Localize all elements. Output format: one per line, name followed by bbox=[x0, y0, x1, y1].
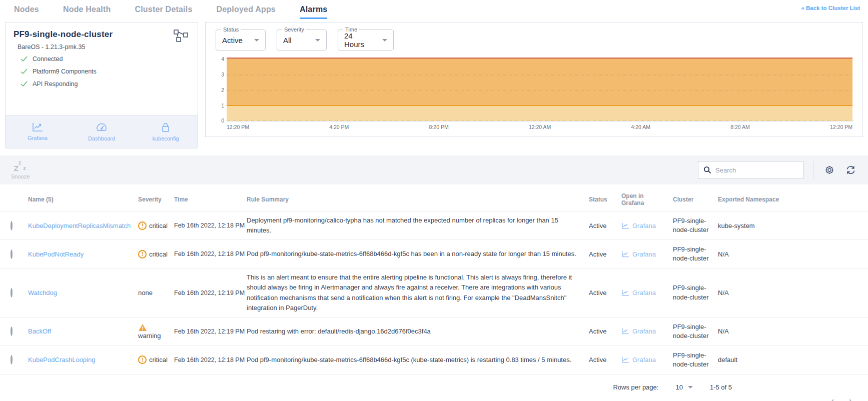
next-page-button[interactable] bbox=[848, 398, 854, 401]
lock-icon bbox=[161, 122, 171, 132]
rule-summary: Pod pf9-monitoring/kube-state-metrics-6f… bbox=[247, 355, 589, 365]
critical-icon: ! bbox=[138, 356, 147, 364]
refresh-button[interactable] bbox=[845, 165, 856, 175]
rule-summary: Pod restaring with error: default/redis-… bbox=[247, 326, 589, 336]
snooze-button[interactable]: zZz Snooze bbox=[11, 160, 30, 180]
rows-per-page-select[interactable]: 10 bbox=[675, 384, 692, 391]
tab-alarms[interactable]: Alarms bbox=[300, 5, 327, 19]
check-icon bbox=[21, 68, 28, 74]
alarm-time: Feb 16th 2022, 12:19 PM bbox=[174, 290, 247, 296]
toolbar-divider bbox=[813, 162, 813, 178]
table-row: KubePodNotReady !critical Feb 16th 2022,… bbox=[0, 240, 868, 268]
alarm-name-link[interactable]: KubePodNotReady bbox=[28, 250, 84, 258]
tab-node-health[interactable]: Node Health bbox=[63, 5, 111, 18]
rows-per-page-label: Rows per page: bbox=[613, 384, 658, 391]
grafana-link[interactable]: Grafana bbox=[6, 116, 70, 148]
chart-x-axis: 12:20 PM 4:20 PM 8:20 PM 12:20 AM 4:20 A… bbox=[227, 124, 852, 130]
chart-filters: Status Active Severity All Time 24 Hours bbox=[216, 30, 852, 50]
header-time: Time bbox=[174, 196, 247, 203]
summary-panels: PF9-single-node-cluster BareOS - 1.21.3-… bbox=[0, 20, 868, 148]
alarm-cluster: PF9-single-node-cluster bbox=[673, 245, 718, 263]
warning-icon bbox=[138, 324, 147, 332]
snooze-icon: zZz bbox=[14, 160, 27, 172]
chevron-down-icon bbox=[315, 39, 320, 42]
table-row: BackOff warning Feb 16th 2022, 12:19 PM … bbox=[0, 317, 868, 346]
settings-button[interactable] bbox=[824, 165, 834, 175]
header-severity: Severity bbox=[138, 196, 174, 203]
chart-plot-area bbox=[227, 56, 852, 122]
row-select-radio[interactable] bbox=[11, 326, 13, 336]
open-in-grafana-link[interactable]: Grafana bbox=[621, 289, 666, 296]
open-in-grafana-link[interactable]: Grafana bbox=[621, 328, 666, 335]
line-chart-icon bbox=[621, 356, 629, 363]
previous-page-button[interactable] bbox=[829, 398, 835, 401]
alarm-namespace: default bbox=[718, 356, 868, 364]
table-header: Name (5) Severity Time Rule Summary Stat… bbox=[0, 188, 868, 211]
status-filter-select[interactable]: Status Active bbox=[216, 30, 266, 50]
search-box bbox=[698, 161, 804, 179]
cluster-card: PF9-single-node-cluster BareOS - 1.21.3-… bbox=[5, 22, 198, 148]
chevron-down-icon bbox=[688, 386, 693, 388]
alarm-name-link[interactable]: KubePodCrashLooping bbox=[28, 356, 95, 364]
alarm-name-link[interactable]: KubeDeploymentReplicasMismatch bbox=[28, 222, 131, 230]
tab-nodes[interactable]: Nodes bbox=[14, 5, 39, 18]
header-rule-summary: Rule Summary bbox=[247, 196, 589, 203]
alarm-namespace: N/A bbox=[718, 250, 868, 258]
cluster-tabbar: Nodes Node Health Cluster Details Deploy… bbox=[0, 0, 868, 20]
alarm-name-link[interactable]: Watchdog bbox=[28, 289, 57, 296]
gauge-icon bbox=[96, 122, 107, 132]
row-select-radio[interactable] bbox=[11, 355, 13, 364]
line-chart-icon bbox=[621, 328, 629, 334]
time-filter-select[interactable]: Time 24 Hours bbox=[338, 30, 394, 50]
alarm-cluster: PF9-single-node-cluster bbox=[673, 322, 718, 340]
table-row: KubeDeploymentReplicasMismatch !critical… bbox=[0, 211, 868, 240]
dashboard-link[interactable]: Dashboard bbox=[70, 116, 134, 148]
alarm-status: Active bbox=[589, 328, 621, 335]
row-select-radio[interactable] bbox=[11, 250, 13, 259]
rule-summary: Deployment pf9-monitoring/calico-typha h… bbox=[247, 216, 589, 236]
alarms-area-chart: 4 3 2 1 0 bbox=[216, 56, 852, 122]
alarm-status: Active bbox=[589, 222, 621, 230]
tab-deployed-apps[interactable]: Deployed Apps bbox=[217, 5, 276, 18]
alarm-time: Feb 16th 2022, 12:18 PM bbox=[174, 222, 247, 229]
severity-filter-select[interactable]: Severity All bbox=[277, 30, 327, 50]
back-to-cluster-list-link[interactable]: « Back to Cluster List bbox=[801, 5, 860, 11]
check-icon bbox=[21, 56, 28, 62]
alarm-time: Feb 16th 2022, 12:18 PM bbox=[174, 250, 247, 258]
alarm-namespace: N/A bbox=[718, 328, 868, 335]
alarm-time: Feb 16th 2022, 12:19 PM bbox=[174, 328, 247, 335]
line-chart-icon bbox=[621, 290, 629, 296]
pagination-range: 1-5 of 5 bbox=[710, 384, 732, 391]
alarm-cluster: PF9-single-node-cluster bbox=[673, 216, 718, 234]
table-row: Watchdog none Feb 16th 2022, 12:19 PM Th… bbox=[0, 268, 868, 317]
row-select-radio[interactable] bbox=[11, 288, 13, 298]
open-in-grafana-link[interactable]: Grafana bbox=[621, 222, 666, 230]
alarm-time: Feb 16th 2022, 12:18 PM bbox=[174, 356, 247, 364]
line-chart-icon bbox=[621, 251, 629, 258]
check-icon bbox=[21, 81, 28, 87]
chevron-down-icon bbox=[382, 39, 387, 42]
alarm-status: Active bbox=[589, 356, 621, 364]
tab-cluster-details[interactable]: Cluster Details bbox=[135, 5, 192, 18]
alarm-namespace: kube-system bbox=[718, 222, 868, 230]
alarm-cluster: PF9-single-node-cluster bbox=[673, 284, 718, 302]
open-in-grafana-link[interactable]: Grafana bbox=[621, 250, 666, 258]
kubeconfig-link[interactable]: kubeconfig bbox=[134, 116, 198, 148]
header-exported-namespace: Exported Namespace bbox=[718, 196, 868, 203]
cluster-version: BareOS - 1.21.3-pmk.35 bbox=[18, 44, 190, 50]
alarm-name-link[interactable]: BackOff bbox=[28, 328, 51, 335]
rule-summary: This is an alert meant to ensure that th… bbox=[247, 272, 589, 313]
alarm-cluster: PF9-single-node-cluster bbox=[673, 351, 718, 369]
rule-summary: Pod pf9-monitoring/kube-state-metrics-6f… bbox=[247, 249, 589, 259]
status-connected: Connected bbox=[21, 56, 190, 62]
header-status: Status bbox=[589, 196, 621, 203]
status-platform9-components: Platform9 Components bbox=[21, 68, 190, 75]
header-open-in-grafana: Open in Grafana bbox=[621, 192, 673, 206]
table-pagination: Rows per page: 10 1-5 of 5 bbox=[0, 374, 868, 401]
header-cluster: Cluster bbox=[673, 196, 718, 203]
cluster-topology-icon bbox=[174, 30, 189, 42]
row-select-radio[interactable] bbox=[11, 221, 13, 230]
critical-icon: ! bbox=[138, 250, 147, 258]
open-in-grafana-link[interactable]: Grafana bbox=[621, 356, 666, 364]
search-input[interactable] bbox=[715, 166, 803, 174]
